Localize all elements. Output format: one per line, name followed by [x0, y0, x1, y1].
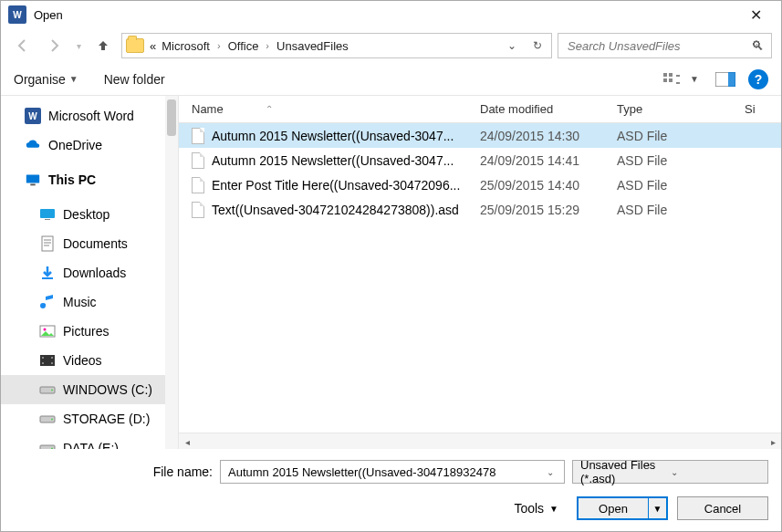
dialog-footer: File name: ⌄ Unsaved Files (*.asd) ⌄ Too… [1, 449, 781, 531]
filename-combobox[interactable]: ⌄ [220, 460, 565, 484]
search-icon: 🔍︎ [751, 38, 764, 53]
chevron-down-icon: ⌄ [671, 467, 761, 477]
svg-point-21 [51, 419, 53, 421]
sidebar-item-drive[interactable]: WINDOWS (C:) [1, 375, 178, 404]
sidebar-item-label: Microsoft Word [48, 109, 134, 123]
file-type: ASD File [617, 178, 745, 193]
chevron-right-icon: › [215, 40, 223, 51]
view-dropdown[interactable]: ▼ [690, 74, 699, 84]
file-name: Text((Unsaved-304721024284273808)).asd [212, 203, 459, 217]
sidebar-item-pictures[interactable]: Pictures [1, 317, 178, 346]
sidebar-item-label: Desktop [63, 207, 109, 222]
help-button[interactable]: ? [748, 69, 768, 89]
preview-pane-button[interactable] [714, 70, 737, 89]
sidebar-item-pc[interactable]: This PC [1, 165, 178, 194]
nav-bar: ▾ « Microsoft › Office › UnsavedFiles ⌄ … [1, 28, 781, 63]
back-button[interactable] [10, 33, 36, 58]
svg-rect-5 [728, 72, 735, 87]
breadcrumb-item[interactable]: Microsoft [162, 39, 210, 53]
file-name: Autumn 2015 Newsletter((Unsaved-3047... [212, 153, 454, 168]
main-pane: WMicrosoft WordOneDriveThis PCDesktopDoc… [1, 96, 781, 449]
svg-rect-15 [42, 362, 44, 364]
navigation-sidebar: WMicrosoft WordOneDriveThis PCDesktopDoc… [1, 96, 179, 449]
file-icon [192, 152, 204, 169]
view-options-button[interactable] [661, 70, 684, 89]
sidebar-item-desktop[interactable]: Desktop [1, 200, 178, 229]
search-box[interactable]: 🔍︎ [558, 33, 772, 58]
filename-input[interactable] [226, 464, 542, 480]
close-button[interactable]: ✕ [737, 6, 774, 24]
sidebar-item-label: This PC [48, 172, 96, 187]
file-row[interactable]: Text((Unsaved-304721024284273808)).asd25… [179, 197, 781, 222]
file-date: 25/09/2015 15:29 [480, 203, 617, 217]
sidebar-item-drive[interactable]: DATA (E:) [1, 433, 178, 449]
search-input[interactable] [566, 38, 751, 54]
svg-rect-2 [663, 78, 667, 82]
address-bar[interactable]: « Microsoft › Office › UnsavedFiles ⌄ ↻ [121, 33, 552, 58]
file-row[interactable]: Autumn 2015 Newsletter((Unsaved-3047...2… [179, 148, 781, 172]
sidebar-item-word[interactable]: WMicrosoft Word [1, 101, 178, 130]
tools-menu[interactable]: Tools ▼ [514, 501, 558, 516]
up-button[interactable] [90, 33, 116, 58]
file-icon [192, 202, 204, 218]
chevron-right-icon: › [264, 40, 271, 51]
svg-point-19 [51, 390, 53, 391]
organise-menu[interactable]: Organise ▼ [14, 72, 78, 87]
filetype-filter[interactable]: Unsaved Files (*.asd) ⌄ [572, 460, 768, 484]
file-row[interactable]: Enter Post Title Here((Unsaved-30472096.… [179, 172, 781, 197]
svg-rect-14 [42, 357, 44, 359]
music-icon [39, 295, 56, 309]
downloads-icon [39, 266, 56, 280]
breadcrumb-item[interactable]: UnsavedFiles [276, 39, 349, 53]
sidebar-item-onedrive[interactable]: OneDrive [1, 130, 178, 160]
column-size[interactable]: Si [745, 102, 781, 116]
recent-dropdown[interactable]: ▾ [72, 33, 85, 58]
pc-icon [25, 172, 41, 187]
svg-rect-8 [40, 209, 55, 218]
title-bar: W Open ✕ [1, 1, 781, 28]
scroll-left-icon[interactable]: ◂ [179, 433, 195, 449]
sidebar-item-drive[interactable]: STORAGE (D:) [1, 404, 178, 433]
onedrive-icon [25, 138, 41, 152]
sidebar-item-documents[interactable]: Documents [1, 229, 178, 258]
file-type: ASD File [617, 153, 745, 168]
forward-button[interactable] [41, 33, 67, 58]
svg-rect-16 [51, 357, 53, 359]
address-dropdown[interactable]: ⌄ [502, 39, 522, 52]
open-button[interactable]: Open ▼ [577, 496, 668, 520]
word-app-icon: W [8, 5, 26, 24]
file-row[interactable]: Autumn 2015 Newsletter((Unsaved-3047...2… [179, 123, 781, 148]
filename-dropdown[interactable]: ⌄ [542, 467, 558, 477]
sidebar-item-downloads[interactable]: Downloads [1, 258, 178, 287]
file-name: Enter Post Title Here((Unsaved-30472096.… [212, 178, 460, 193]
column-name[interactable]: Name ⌃ [179, 102, 480, 116]
svg-rect-17 [51, 362, 53, 364]
new-folder-button[interactable]: New folder [104, 72, 165, 87]
sidebar-item-music[interactable]: Music [1, 287, 178, 317]
scrollbar-thumb[interactable] [167, 99, 176, 136]
drive-icon [39, 382, 56, 397]
file-date: 24/09/2015 14:30 [480, 129, 617, 143]
sort-ascending-icon: ⌃ [266, 104, 273, 114]
file-rows: Autumn 2015 Newsletter((Unsaved-3047...2… [179, 123, 781, 433]
chevron-down-icon: ▼ [69, 74, 78, 84]
open-dialog: W Open ✕ ▾ « Microsoft › Office › Unsave… [0, 0, 782, 532]
refresh-button[interactable]: ↻ [527, 39, 547, 52]
new-folder-label: New folder [104, 72, 165, 87]
file-icon [192, 177, 204, 193]
scroll-right-icon[interactable]: ▸ [765, 433, 781, 449]
svg-point-12 [44, 329, 47, 331]
breadcrumb-prefix: « [150, 39, 156, 53]
sidebar-item-videos[interactable]: Videos [1, 346, 178, 375]
column-type[interactable]: Type [617, 102, 745, 116]
file-list-pane: Name ⌃ Date modified Type Si Autumn 2015… [179, 96, 781, 449]
sidebar-item-label: WINDOWS (C:) [63, 382, 152, 397]
svg-rect-10 [42, 236, 53, 251]
horizontal-scrollbar[interactable]: ◂ ▸ [179, 433, 781, 449]
sidebar-scrollbar[interactable] [165, 96, 178, 449]
column-date[interactable]: Date modified [480, 102, 617, 116]
cancel-button[interactable]: Cancel [677, 496, 768, 520]
open-split-dropdown[interactable]: ▼ [648, 498, 666, 518]
sidebar-item-label: DATA (E:) [63, 441, 119, 449]
breadcrumb-item[interactable]: Office [228, 39, 259, 53]
